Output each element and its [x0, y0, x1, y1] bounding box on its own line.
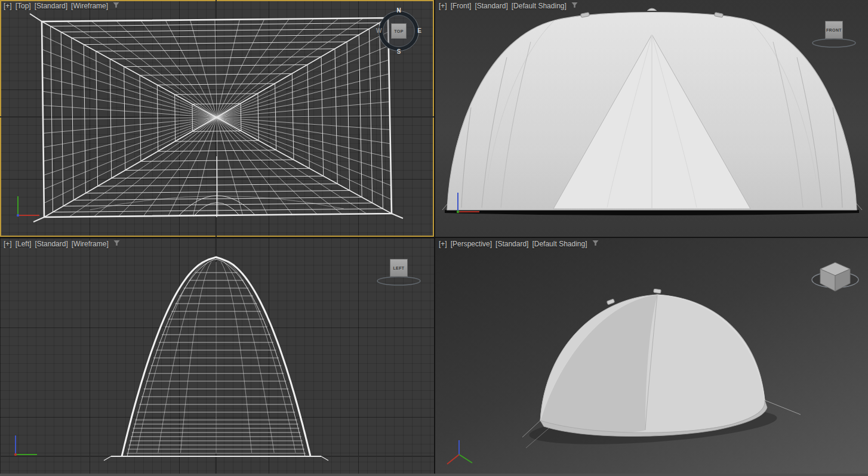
viewport-general-menu[interactable]: [+]	[439, 240, 447, 248]
viewcube[interactable]: FRONT	[811, 19, 857, 50]
viewport-pov-menu[interactable]: [Front]	[451, 2, 472, 10]
viewcube[interactable]: LEFT	[376, 257, 421, 288]
viewport-general-menu[interactable]: [+]	[439, 2, 447, 10]
viewport-layout: [+] [Top] [Standard] [Wireframe] N E S W…	[0, 0, 868, 476]
viewport-front[interactable]: [+] [Front] [Standard] [Default Shading]	[435, 0, 868, 237]
tent-wireframe-left-view	[0, 238, 434, 474]
viewport-shading-menu[interactable]: [Default Shading]	[512, 2, 567, 10]
viewport-renderer-menu[interactable]: [Standard]	[35, 240, 67, 248]
tent-shaded-perspective-view	[435, 238, 868, 474]
viewport-label-perspective: [+] [Perspective] [Standard] [Default Sh…	[439, 240, 599, 248]
viewcube-face-left[interactable]: LEFT	[390, 259, 408, 277]
viewport-label-left: [+] [Left] [Standard] [Wireframe]	[4, 240, 120, 248]
viewcube-compass[interactable]: N E S W TOP	[376, 8, 421, 54]
viewport-general-menu[interactable]: [+]	[4, 2, 12, 10]
viewport-label-front: [+] [Front] [Standard] [Default Shading]	[439, 2, 578, 10]
viewport-pov-menu[interactable]: [Perspective]	[451, 240, 492, 248]
viewport-renderer-menu[interactable]: [Standard]	[35, 2, 67, 10]
viewport-filter-icon[interactable]	[113, 2, 119, 10]
axis-tripod-icon	[448, 188, 484, 218]
compass-east[interactable]: E	[417, 27, 421, 34]
axis-tripod-icon	[8, 191, 44, 221]
compass-west[interactable]: W	[376, 27, 381, 34]
viewport-filter-icon[interactable]	[571, 2, 578, 10]
viewport-renderer-menu[interactable]: [Standard]	[495, 240, 528, 248]
viewport-shading-menu[interactable]: [Default Shading]	[532, 240, 587, 248]
viewport-pov-menu[interactable]: [Left]	[16, 240, 32, 248]
viewcube-face-top[interactable]: TOP	[391, 23, 407, 39]
axis-tripod-icon	[6, 431, 42, 460]
viewport-renderer-menu[interactable]: [Standard]	[475, 2, 507, 10]
viewport-filter-icon[interactable]	[592, 240, 599, 248]
viewport-top[interactable]: [+] [Top] [Standard] [Wireframe] N E S W…	[0, 0, 434, 237]
viewport-pov-menu[interactable]: [Top]	[16, 2, 31, 10]
viewport-filter-icon[interactable]	[113, 240, 120, 248]
tent-shaded-front-view	[435, 0, 868, 237]
viewport-perspective[interactable]: [+] [Perspective] [Standard] [Default Sh…	[435, 238, 868, 474]
axis-tripod-icon	[444, 438, 479, 468]
viewport-shading-menu[interactable]: [Wireframe]	[71, 2, 108, 10]
window-bottom-edge	[0, 474, 868, 476]
viewport-general-menu[interactable]: [+]	[4, 240, 12, 248]
viewport-label-top: [+] [Top] [Standard] [Wireframe]	[4, 2, 119, 10]
viewcube-face-front[interactable]: FRONT	[825, 21, 843, 39]
viewcube[interactable]	[810, 254, 860, 298]
tent-wireframe-top-view	[0, 0, 434, 237]
viewcube-3d-icon	[810, 254, 860, 298]
viewport-shading-menu[interactable]: [Wireframe]	[72, 240, 109, 248]
compass-south[interactable]: S	[397, 48, 401, 55]
viewport-left[interactable]: [+] [Left] [Standard] [Wireframe] LEFT	[0, 238, 434, 474]
compass-north[interactable]: N	[396, 7, 401, 14]
